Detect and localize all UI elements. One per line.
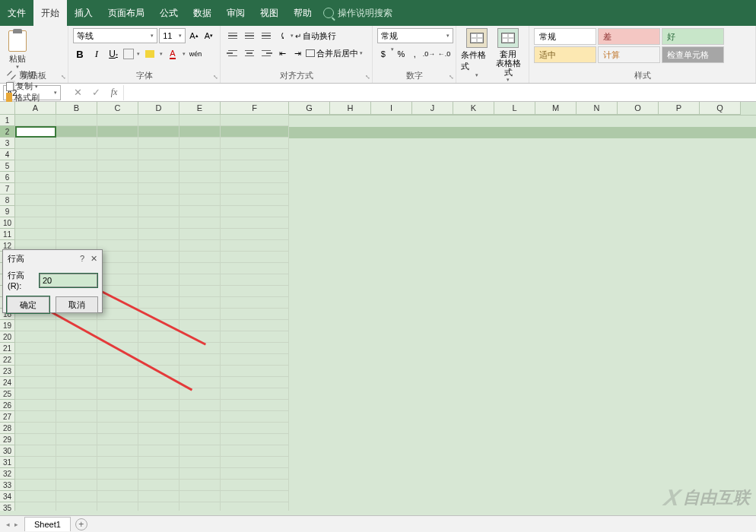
- cell[interactable]: [97, 423, 138, 434]
- cell[interactable]: [97, 195, 138, 206]
- cell[interactable]: [97, 331, 138, 343]
- cell[interactable]: [179, 217, 221, 229]
- cell[interactable]: [15, 160, 56, 172]
- cell[interactable]: [138, 343, 179, 354]
- menu-item-页面布局[interactable]: 页面布局: [100, 0, 152, 26]
- align-right-button[interactable]: [259, 46, 274, 61]
- cell[interactable]: [179, 377, 221, 388]
- row-header[interactable]: 33: [0, 480, 15, 491]
- cell[interactable]: [138, 491, 179, 502]
- col-header-N[interactable]: N: [577, 102, 618, 115]
- cell[interactable]: [56, 411, 97, 423]
- cancel-formula-button[interactable]: ✕: [68, 85, 87, 100]
- cell-styles-gallery[interactable]: 常规 差 好 适中 计算 检查单元格: [534, 28, 724, 63]
- cell[interactable]: [221, 457, 289, 468]
- menu-item-视图[interactable]: 视图: [253, 0, 286, 26]
- cell[interactable]: [138, 149, 179, 160]
- cell[interactable]: [221, 297, 289, 309]
- spreadsheet-grid[interactable]: ABCDEFGHIJKLMNOPQ 1234567891011121314151…: [0, 102, 756, 511]
- cell[interactable]: [179, 423, 221, 434]
- cell[interactable]: [15, 457, 56, 468]
- cell[interactable]: [97, 263, 138, 274]
- cell[interactable]: [221, 388, 289, 400]
- cell[interactable]: [138, 320, 179, 331]
- cell[interactable]: [179, 343, 221, 354]
- cell[interactable]: [15, 115, 56, 126]
- cell[interactable]: [138, 388, 179, 400]
- cell[interactable]: [138, 480, 179, 491]
- cell[interactable]: [179, 172, 221, 183]
- cell[interactable]: [221, 126, 289, 138]
- row-header[interactable]: 23: [0, 366, 15, 377]
- merge-center-button[interactable]: 合并后居中▾: [306, 48, 363, 59]
- cell[interactable]: [15, 400, 56, 411]
- cell[interactable]: [15, 480, 56, 491]
- cell[interactable]: [179, 331, 221, 343]
- cell[interactable]: [97, 297, 138, 309]
- cell[interactable]: [56, 502, 97, 511]
- comma-format-button[interactable]: ,: [408, 46, 421, 62]
- dialog-launcher-icon[interactable]: ⤡: [449, 74, 454, 81]
- dialog-launcher-icon[interactable]: ⤡: [365, 74, 370, 81]
- cell[interactable]: [56, 400, 97, 411]
- dialog-launcher-icon[interactable]: ⤡: [213, 74, 218, 81]
- cell[interactable]: [56, 468, 97, 480]
- underline-button[interactable]: U▾: [106, 46, 120, 62]
- col-header-P[interactable]: P: [659, 102, 700, 115]
- cell[interactable]: [179, 411, 221, 423]
- cell[interactable]: [179, 252, 221, 263]
- menu-item-帮助[interactable]: 帮助: [286, 0, 319, 26]
- cell[interactable]: [15, 229, 56, 240]
- cell[interactable]: [97, 377, 138, 388]
- cell[interactable]: [15, 411, 56, 423]
- col-header-O[interactable]: O: [618, 102, 659, 115]
- cell[interactable]: [179, 480, 221, 491]
- align-middle-button[interactable]: [242, 28, 257, 43]
- row-header[interactable]: 28: [0, 423, 15, 434]
- cell[interactable]: [97, 388, 138, 400]
- cell[interactable]: [56, 126, 97, 138]
- cell[interactable]: [97, 411, 138, 423]
- cell[interactable]: [15, 423, 56, 434]
- cell[interactable]: [221, 138, 289, 149]
- row-header[interactable]: 25: [0, 388, 15, 400]
- col-header-F[interactable]: F: [221, 102, 289, 115]
- row-header[interactable]: 5: [0, 160, 15, 172]
- cell[interactable]: [138, 434, 179, 445]
- select-all-corner[interactable]: [0, 102, 15, 115]
- cell[interactable]: [138, 366, 179, 377]
- italic-button[interactable]: I: [90, 46, 103, 62]
- cell[interactable]: [179, 366, 221, 377]
- cell[interactable]: [179, 434, 221, 445]
- cell[interactable]: [221, 377, 289, 388]
- cell[interactable]: [15, 331, 56, 343]
- cell[interactable]: [15, 206, 56, 217]
- cell[interactable]: [179, 263, 221, 274]
- row-header[interactable]: 21: [0, 343, 15, 354]
- cell[interactable]: [97, 502, 138, 511]
- row-header[interactable]: 22: [0, 354, 15, 366]
- cell[interactable]: [56, 388, 97, 400]
- cell[interactable]: [221, 423, 289, 434]
- orientation-button[interactable]: ⤹: [275, 28, 289, 43]
- cell[interactable]: [179, 126, 221, 138]
- cell[interactable]: [97, 183, 138, 195]
- cell[interactable]: [138, 286, 179, 297]
- phonetic-button[interactable]: wén: [189, 46, 202, 62]
- cell[interactable]: [221, 183, 289, 195]
- cell[interactable]: [138, 172, 179, 183]
- cell[interactable]: [221, 354, 289, 366]
- col-header-E[interactable]: E: [179, 102, 221, 115]
- row-header[interactable]: 10: [0, 217, 15, 229]
- sheet-nav-last-icon[interactable]: ▸: [14, 521, 18, 528]
- cell[interactable]: [179, 400, 221, 411]
- cell[interactable]: [138, 297, 179, 309]
- cell[interactable]: [221, 343, 289, 354]
- row-header[interactable]: 34: [0, 491, 15, 502]
- cell[interactable]: [56, 354, 97, 366]
- cell[interactable]: [97, 434, 138, 445]
- row-header[interactable]: 31: [0, 457, 15, 468]
- conditional-format-button[interactable]: 条件格式▾: [461, 28, 493, 83]
- style-bad[interactable]: 差: [598, 28, 660, 45]
- align-top-button[interactable]: [225, 28, 240, 43]
